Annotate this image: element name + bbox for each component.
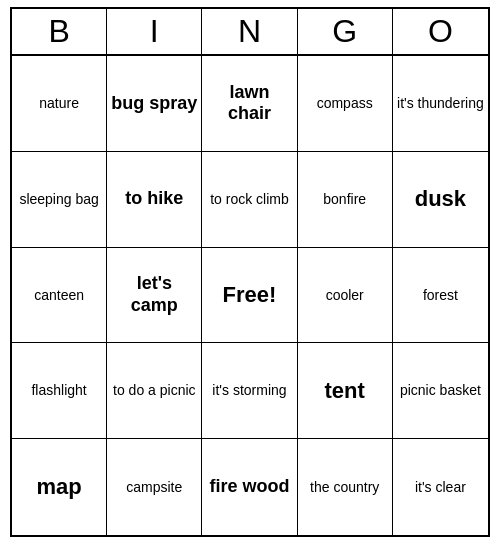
bingo-cell-9: dusk xyxy=(393,152,488,248)
bingo-cell-2: lawn chair xyxy=(202,56,297,152)
bingo-cell-5: sleeping bag xyxy=(12,152,107,248)
header-letter-g: G xyxy=(298,9,393,54)
bingo-cell-20: map xyxy=(12,439,107,535)
bingo-cell-13: cooler xyxy=(298,248,393,344)
bingo-cell-3: compass xyxy=(298,56,393,152)
bingo-cell-4: it's thundering xyxy=(393,56,488,152)
header-letter-b: B xyxy=(12,9,107,54)
bingo-cell-24: it's clear xyxy=(393,439,488,535)
bingo-cell-19: picnic basket xyxy=(393,343,488,439)
bingo-cell-11: let's camp xyxy=(107,248,202,344)
bingo-cell-0: nature xyxy=(12,56,107,152)
header-letter-i: I xyxy=(107,9,202,54)
bingo-grid: naturebug spraylawn chaircompassit's thu… xyxy=(12,56,488,535)
bingo-cell-17: it's storming xyxy=(202,343,297,439)
bingo-card: BINGO naturebug spraylawn chaircompassit… xyxy=(10,7,490,537)
bingo-cell-6: to hike xyxy=(107,152,202,248)
bingo-cell-15: flashlight xyxy=(12,343,107,439)
bingo-header: BINGO xyxy=(12,9,488,56)
header-letter-o: O xyxy=(393,9,488,54)
header-letter-n: N xyxy=(202,9,297,54)
bingo-cell-10: canteen xyxy=(12,248,107,344)
bingo-cell-7: to rock climb xyxy=(202,152,297,248)
bingo-cell-18: tent xyxy=(298,343,393,439)
bingo-cell-1: bug spray xyxy=(107,56,202,152)
bingo-cell-23: the country xyxy=(298,439,393,535)
bingo-cell-21: campsite xyxy=(107,439,202,535)
bingo-cell-14: forest xyxy=(393,248,488,344)
bingo-cell-22: fire wood xyxy=(202,439,297,535)
bingo-cell-12: Free! xyxy=(202,248,297,344)
bingo-cell-16: to do a picnic xyxy=(107,343,202,439)
bingo-cell-8: bonfire xyxy=(298,152,393,248)
